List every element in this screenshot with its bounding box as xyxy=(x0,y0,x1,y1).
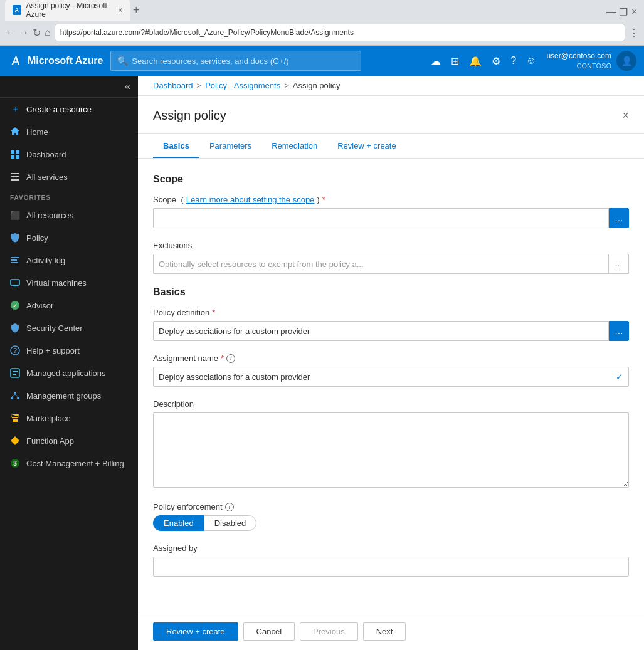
svg-rect-10 xyxy=(11,280,19,285)
maximize-button[interactable]: ❐ xyxy=(619,6,626,14)
azure-logo-icon xyxy=(8,53,23,68)
panel-close-button[interactable]: × xyxy=(622,109,629,122)
favorites-label: FAVORITES xyxy=(0,188,138,204)
azure-logo-text: Microsoft Azure xyxy=(28,55,103,66)
scope-learn-more-link[interactable]: Learn more about setting the scope xyxy=(186,195,315,204)
sidebar-item-security-center[interactable]: Security Center xyxy=(0,317,138,339)
azure-logo[interactable]: Microsoft Azure xyxy=(8,53,103,68)
enforcement-disabled-button[interactable]: Disabled xyxy=(204,515,257,531)
scope-required: * xyxy=(322,195,325,204)
sidebar-item-managed-applications[interactable]: Managed applications xyxy=(0,362,138,384)
sidebar-item-marketplace[interactable]: Marketplace xyxy=(0,407,138,429)
minimize-button[interactable]: — xyxy=(606,6,614,14)
tab-parameters[interactable]: Parameters xyxy=(199,134,261,158)
svg-text:$: $ xyxy=(13,460,17,467)
policy-definition-select[interactable]: Deploy associations for a custom provide… xyxy=(153,321,609,341)
svg-rect-24 xyxy=(13,419,18,422)
all-services-label: All services xyxy=(26,172,68,182)
notifications-icon[interactable]: 🔔 xyxy=(469,55,482,67)
help-icon[interactable]: ? xyxy=(510,55,516,66)
breadcrumb-sep-1: > xyxy=(197,81,202,90)
feedback-icon[interactable]: ☺ xyxy=(526,55,536,66)
assignment-name-check-icon: ✓ xyxy=(616,372,623,382)
scope-section-title: Scope xyxy=(153,174,629,185)
policy-definition-required: * xyxy=(212,308,215,317)
sidebar-item-help-support[interactable]: ? Help + support xyxy=(0,339,138,362)
settings-icon[interactable]: ⚙ xyxy=(492,55,500,67)
breadcrumb-policy-assignments[interactable]: Policy - Assignments xyxy=(205,81,280,90)
sidebar-item-home[interactable]: Home xyxy=(0,120,138,143)
policy-enforcement-toggle: Enabled Disabled xyxy=(153,515,629,531)
search-placeholder: Search resources, services, and docs (G+… xyxy=(132,56,288,66)
breadcrumb-sep-2: > xyxy=(284,81,289,90)
user-tenant: CONTOSO xyxy=(546,61,611,70)
next-button[interactable]: Next xyxy=(363,622,406,641)
exclusions-input[interactable]: Optionally select resources to exempt fr… xyxy=(153,254,609,274)
sidebar-item-function-app[interactable]: Function App xyxy=(0,429,138,452)
svg-text:✓: ✓ xyxy=(13,302,18,309)
policy-definition-browse-button[interactable]: … xyxy=(609,321,629,341)
tabs: Basics Parameters Remediation Review + c… xyxy=(138,134,644,159)
sidebar-item-activity-log[interactable]: Activity log xyxy=(0,249,138,271)
sidebar-item-management-groups[interactable]: Management groups xyxy=(0,384,138,407)
assignment-name-value: Deploy associations for a custom provide… xyxy=(159,372,310,382)
policy-enforcement-info-icon[interactable]: i xyxy=(225,503,234,511)
user-avatar[interactable]: 👤 xyxy=(616,51,636,71)
close-window-button[interactable]: × xyxy=(631,6,639,14)
browser-tab[interactable]: A Assign policy - Microsoft Azure × xyxy=(5,0,130,21)
enforcement-enabled-button[interactable]: Enabled xyxy=(153,515,204,531)
tab-basics[interactable]: Basics xyxy=(153,134,199,158)
assigned-by-field: Assigned by xyxy=(153,543,629,577)
assignment-name-info-icon[interactable]: i xyxy=(226,354,235,363)
sidebar-item-cost-management[interactable]: $ Cost Management + Billing xyxy=(0,452,138,474)
svg-rect-11 xyxy=(13,285,18,286)
scope-browse-button[interactable]: … xyxy=(609,208,629,228)
browser-menu-button[interactable]: ⋮ xyxy=(629,27,639,39)
address-input[interactable] xyxy=(55,24,625,41)
tab-close-button[interactable]: × xyxy=(118,5,123,15)
basics-section-title: Basics xyxy=(153,286,629,298)
description-label: Description xyxy=(153,399,629,409)
review-create-button[interactable]: Review + create xyxy=(153,622,238,641)
security-center-icon xyxy=(10,323,20,333)
address-bar: ← → ↻ ⌂ ⋮ xyxy=(0,20,644,45)
tab-review-create[interactable]: Review + create xyxy=(327,134,406,158)
description-textarea[interactable] xyxy=(153,412,629,488)
security-center-label: Security Center xyxy=(26,323,83,333)
svg-rect-2 xyxy=(11,155,14,159)
exclusions-browse-button[interactable]: … xyxy=(609,254,629,274)
description-field: Description xyxy=(153,399,629,490)
user-info: user@contoso.com CONTOSO xyxy=(546,51,611,70)
help-support-icon: ? xyxy=(10,345,20,355)
cloud-shell-icon[interactable]: ☁ xyxy=(431,55,441,67)
tab-remediation[interactable]: Remediation xyxy=(261,134,327,158)
panel-title: Assign policy xyxy=(153,108,226,123)
policy-icon xyxy=(10,233,20,243)
sidebar-item-create-resource[interactable]: ＋ Create a resource xyxy=(0,98,138,120)
forward-button[interactable]: → xyxy=(19,27,29,38)
sidebar-item-virtual-machines[interactable]: Virtual machines xyxy=(0,271,138,294)
refresh-button[interactable]: ↻ xyxy=(33,27,41,39)
home-button[interactable]: ⌂ xyxy=(45,27,51,38)
back-button[interactable]: ← xyxy=(5,27,15,38)
user-menu[interactable]: user@contoso.com CONTOSO 👤 xyxy=(546,51,636,71)
svg-point-19 xyxy=(14,392,16,394)
directory-icon[interactable]: ⊞ xyxy=(451,55,459,67)
policy-label: Policy xyxy=(26,233,48,243)
breadcrumb-dashboard[interactable]: Dashboard xyxy=(153,81,193,90)
sidebar-item-all-services[interactable]: All services xyxy=(0,165,138,188)
cancel-button[interactable]: Cancel xyxy=(243,622,295,641)
scope-input[interactable] xyxy=(153,208,609,228)
collapse-button[interactable]: « xyxy=(125,81,130,92)
sidebar-item-dashboard[interactable]: Dashboard xyxy=(0,143,138,165)
sidebar-collapse: « xyxy=(0,76,138,98)
sidebar-item-all-resources[interactable]: ⬛ All resources xyxy=(0,204,138,226)
managed-applications-icon xyxy=(10,368,20,378)
sidebar-item-advisor[interactable]: ✓ Advisor xyxy=(0,294,138,317)
assignment-name-field: Assignment name * i Deploy associations … xyxy=(153,354,629,387)
azure-search[interactable]: 🔍 Search resources, services, and docs (… xyxy=(110,51,361,71)
sidebar-item-policy[interactable]: Policy xyxy=(0,226,138,249)
new-tab-button[interactable]: + xyxy=(133,4,140,17)
assigned-by-input[interactable] xyxy=(153,557,629,577)
breadcrumb-current: Assign policy xyxy=(293,81,340,90)
